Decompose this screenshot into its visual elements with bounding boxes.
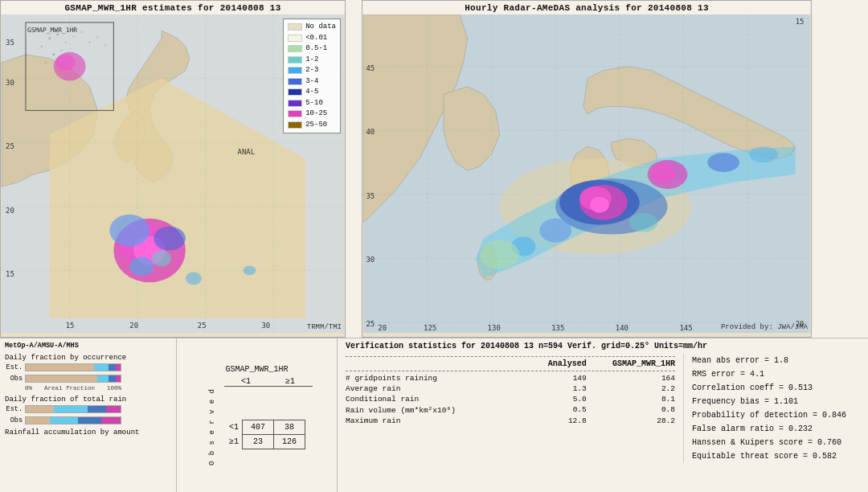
svg-point-19 bbox=[73, 36, 75, 38]
svg-text:25: 25 bbox=[198, 322, 207, 330]
right-map-bottom-label: Provided by: JWA/JMA bbox=[721, 323, 808, 331]
svg-text:20: 20 bbox=[129, 322, 138, 330]
legend-001: <0.01 bbox=[288, 33, 336, 44]
legend-25-50: 25-50 bbox=[288, 120, 336, 131]
col-header-ge1: ≥1 bbox=[268, 377, 313, 387]
top-row: GSMAP_MWR_1HR estimates for 20140808 13 bbox=[0, 0, 868, 338]
bar-fill-magenta-2 bbox=[106, 406, 121, 412]
obs-label-1: Obs bbox=[5, 375, 23, 383]
svg-text:15: 15 bbox=[6, 270, 14, 278]
legend-label-3-4: 3-4 bbox=[305, 76, 318, 88]
right-map-canvas: 45 40 35 30 25 20 125 130 135 140 145 bbox=[362, 14, 811, 333]
est-label-2: Est. bbox=[5, 405, 23, 413]
svg-point-68 bbox=[652, 163, 676, 182]
stats-data-row-4: Maximum rain 12.8 28.2 bbox=[346, 416, 675, 425]
bottom-row: MetOp-A/AMSU-A/MHS Daily fraction by occ… bbox=[0, 338, 868, 492]
svg-text:130: 130 bbox=[488, 324, 501, 332]
bar-fill-magenta-obs-1 bbox=[116, 375, 121, 382]
ctable-cell-10: 23 bbox=[242, 435, 273, 449]
spacer bbox=[346, 0, 354, 338]
bar-fill-tan-obs-2 bbox=[26, 417, 50, 424]
svg-text:125: 125 bbox=[424, 324, 436, 332]
svg-point-12 bbox=[129, 256, 154, 276]
bar-fill-blue-obs-1 bbox=[108, 375, 116, 382]
svg-text:30: 30 bbox=[366, 256, 375, 264]
stats-label-2: Conditional rain bbox=[346, 395, 515, 404]
stat-freq-bias: Frequency bias = 1.101 bbox=[692, 395, 860, 408]
svg-text:20: 20 bbox=[6, 207, 14, 215]
legend-10-25: 10-25 bbox=[288, 109, 336, 120]
stats-val-gsmap-2: 8.1 bbox=[591, 395, 675, 404]
legend-label-10-25: 10-25 bbox=[305, 109, 327, 120]
bar-row-obs-1: Obs bbox=[5, 374, 171, 383]
svg-point-74 bbox=[629, 213, 658, 232]
svg-point-25 bbox=[45, 62, 47, 64]
svg-point-21 bbox=[81, 31, 83, 33]
ctable-wrap: GSMAP_MWR_1HR <1 ≥1 O b s e r v e d <1 bbox=[183, 342, 330, 489]
stats-val-gsmap-1: 2.2 bbox=[591, 384, 675, 393]
stats-right-panel: Mean abs error = 1.8 RMS error = 4.1 Cor… bbox=[683, 354, 860, 463]
svg-point-28 bbox=[104, 44, 106, 46]
svg-point-23 bbox=[61, 50, 63, 51]
bar-chart-title-2: Daily fraction of total rain bbox=[5, 396, 171, 404]
svg-text:30: 30 bbox=[6, 79, 14, 87]
stats-header-empty bbox=[346, 359, 515, 368]
ctable-title: GSMAP_MWR_1HR bbox=[225, 365, 288, 374]
obs-label-2: Obs bbox=[5, 416, 23, 424]
svg-text:45: 45 bbox=[366, 64, 375, 72]
legend-label-2-3: 2-3 bbox=[305, 65, 318, 76]
bar-fill-tan-obs-1 bbox=[26, 375, 97, 382]
legend-color-5-10 bbox=[288, 100, 302, 107]
stats-val-analysed-2: 5.0 bbox=[519, 395, 587, 404]
svg-point-16 bbox=[48, 37, 51, 39]
bar-fill-cyan-2 bbox=[54, 406, 87, 412]
legend-label-001: <0.01 bbox=[305, 33, 327, 44]
svg-point-18 bbox=[65, 42, 67, 43]
svg-text:35: 35 bbox=[6, 39, 14, 47]
separator-2 bbox=[346, 371, 675, 371]
svg-point-50 bbox=[56, 55, 76, 71]
stats-val-gsmap-0: 164 bbox=[591, 374, 675, 383]
stats-val-gsmap-3: 0.8 bbox=[591, 405, 675, 415]
stat-mean-abs: Mean abs error = 1.8 bbox=[692, 354, 860, 367]
bar-fill-cyan-obs-2 bbox=[50, 417, 78, 424]
legend-color-001 bbox=[288, 35, 302, 42]
left-map-panel: GSMAP_MWR_1HR estimates for 20140808 13 bbox=[0, 0, 346, 338]
legend-color-4-5 bbox=[288, 88, 302, 96]
ctable-row-label-lt1: <1 bbox=[226, 420, 243, 435]
bar-track-est-1 bbox=[25, 363, 121, 371]
bottom-mid-panel: GSMAP_MWR_1HR <1 ≥1 O b s e r v e d <1 bbox=[177, 338, 338, 492]
ctable-row-label-ge1: ≥1 bbox=[226, 435, 243, 449]
stats-data-row-0: # gridpoints raining 149 164 bbox=[346, 374, 675, 383]
svg-text:30: 30 bbox=[261, 322, 270, 330]
svg-text:25: 25 bbox=[6, 142, 14, 150]
left-map-title: GSMAP_MWR_1HR estimates for 20140808 13 bbox=[1, 1, 345, 14]
ctable-row-header: <1 407 38 bbox=[226, 420, 305, 435]
left-map-canvas: 30 25 20 15 35 15 20 25 30 ANAL bbox=[1, 14, 345, 333]
svg-text:20: 20 bbox=[378, 324, 387, 332]
svg-point-20 bbox=[41, 46, 43, 47]
bar-fill-tan-2 bbox=[26, 406, 54, 412]
bar-fill-cyan-obs-1 bbox=[97, 375, 108, 382]
svg-text:15: 15 bbox=[796, 18, 805, 26]
left-map-sub-label: MetOp-A/AMSU-A/MHS bbox=[5, 342, 171, 350]
bar-fill-magenta-1 bbox=[116, 364, 121, 371]
svg-point-11 bbox=[154, 227, 186, 251]
stats-val-gsmap-4: 28.2 bbox=[591, 416, 675, 425]
stats-data-row-1: Average rain 1.3 2.2 bbox=[346, 384, 675, 393]
legend-label-5-10: 5-10 bbox=[305, 98, 323, 109]
stats-label-1: Average rain bbox=[346, 384, 515, 393]
svg-point-10 bbox=[109, 215, 149, 247]
bar-fill-blue-obs-2 bbox=[78, 417, 102, 424]
contingency-table: <1 407 38 ≥1 23 126 bbox=[226, 420, 305, 449]
svg-point-13 bbox=[152, 251, 171, 267]
legend-label-05-1: 0.5-1 bbox=[305, 43, 327, 55]
verif-title: Verification statistics for 20140808 13 … bbox=[346, 342, 860, 351]
right-stats: Mean abs error = 1.8 RMS error = 4.1 Cor… bbox=[692, 354, 860, 463]
bar-row-est-1: Est. bbox=[5, 363, 171, 372]
col-header-lt1: <1 bbox=[224, 377, 268, 387]
legend-05-1: 0.5-1 bbox=[288, 43, 336, 55]
bar-row-est-2: Est. bbox=[5, 404, 171, 414]
ctable-cell-11: 126 bbox=[274, 435, 305, 449]
bar-chart-title-3: Rainfall accumulation by amount bbox=[5, 428, 171, 437]
